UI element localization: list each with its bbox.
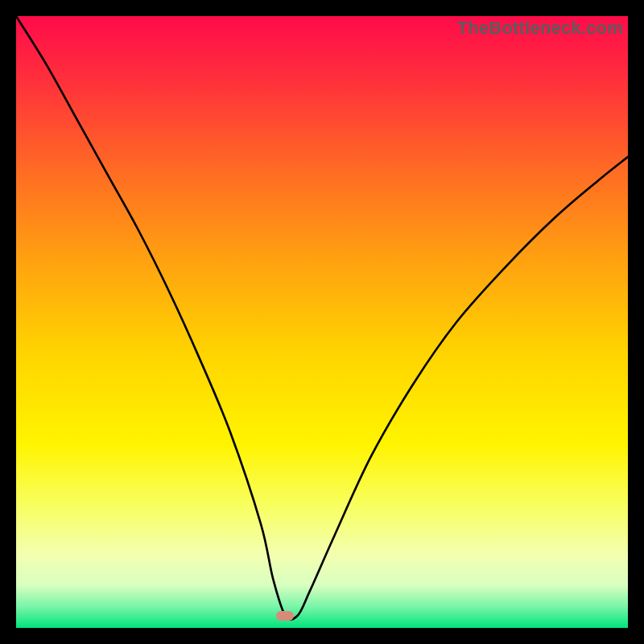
chart-frame: TheBottleneck.com: [0, 0, 644, 644]
bottleneck-curve-path: [16, 16, 628, 620]
curve-layer: [16, 16, 628, 628]
plot-area: TheBottleneck.com: [16, 16, 628, 628]
minimum-marker: [276, 611, 294, 621]
